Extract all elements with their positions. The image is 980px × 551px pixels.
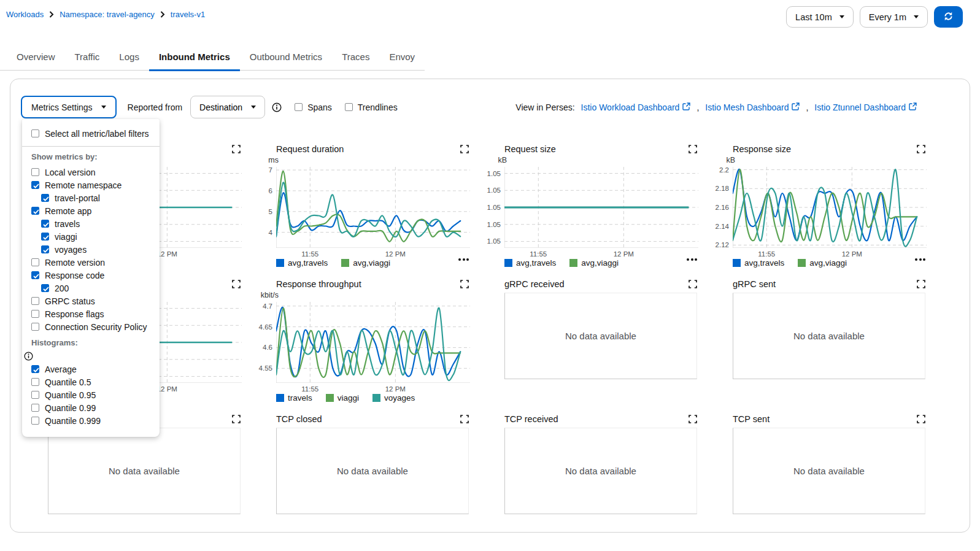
checkbox[interactable]	[31, 365, 39, 373]
menu-item-local-version[interactable]: Local version	[22, 166, 160, 179]
expand-icon[interactable]	[232, 280, 241, 290]
checkbox[interactable]	[41, 194, 49, 202]
menu-item-200[interactable]: 200	[22, 282, 160, 295]
checkbox[interactable]	[31, 258, 39, 266]
refresh-interval-dropdown[interactable]: Every 1m	[860, 6, 928, 28]
expand-icon[interactable]	[232, 415, 241, 425]
checkbox[interactable]	[31, 207, 39, 215]
legend-overflow-icon[interactable]	[687, 258, 697, 261]
menu-item-remote-version[interactable]: Remote version	[22, 256, 160, 269]
menu-item-travels[interactable]: travels	[22, 217, 160, 230]
breadcrumb-item[interactable]: Namespace: travel-agency	[60, 10, 155, 19]
menu-item-label: Average	[45, 364, 77, 374]
chart-panel-grpc-received: gRPC receivedNo data available	[477, 276, 706, 410]
legend-item-voyages[interactable]: voyages	[372, 393, 415, 403]
checkbox[interactable]	[31, 323, 39, 331]
menu-item-quantile-0.5[interactable]: Quantile 0.5	[22, 376, 160, 388]
expand-icon[interactable]	[460, 415, 469, 425]
checkbox[interactable]	[31, 378, 39, 386]
menu-item-average[interactable]: Average	[22, 363, 160, 376]
spans-checkbox-box[interactable]	[295, 103, 303, 111]
chart-title: TCP received	[504, 414, 558, 424]
spans-checkbox[interactable]: Spans	[295, 102, 332, 112]
expand-icon[interactable]	[689, 145, 697, 155]
expand-icon[interactable]	[689, 280, 697, 290]
menu-item-quantile-0.95[interactable]: Quantile 0.95	[22, 388, 160, 401]
menu-item-label: Remote app	[45, 206, 91, 216]
y-axis-unit: kbit/s	[249, 291, 279, 300]
menu-item-response-flags[interactable]: Response flags	[22, 307, 160, 320]
checkbox[interactable]	[31, 168, 39, 176]
legend-overflow-icon[interactable]	[458, 258, 469, 261]
legend-item-avg-viaggi[interactable]: avg,viaggi	[798, 258, 847, 268]
legend-item-avg-viaggi[interactable]: avg,viaggi	[569, 258, 619, 268]
checkbox[interactable]	[41, 284, 49, 292]
checkbox[interactable]	[31, 297, 39, 305]
trendlines-checkbox-box[interactable]	[345, 103, 353, 111]
legend-item-avg-travels[interactable]: avg,travels	[733, 258, 784, 268]
y-axis-tick-label: 1.05	[476, 170, 501, 177]
chart-title: gRPC sent	[733, 279, 776, 289]
tab-envoy[interactable]: Envoy	[379, 47, 425, 70]
metrics-settings-dropdown[interactable]: Metrics Settings	[21, 96, 117, 118]
checkbox[interactable]	[31, 271, 39, 279]
menu-item-remote-app[interactable]: Remote app	[22, 204, 160, 217]
legend-item-viaggi[interactable]: viaggi	[326, 393, 359, 403]
expand-icon[interactable]	[689, 415, 697, 425]
tab-overview[interactable]: Overview	[7, 47, 65, 70]
breadcrumb-item[interactable]: travels-v1	[171, 10, 205, 19]
expand-icon[interactable]	[232, 145, 241, 155]
expand-icon[interactable]	[460, 280, 469, 290]
legend-item-travels[interactable]: travels	[276, 393, 312, 403]
chart-panel-tcp-received: TCP receivedNo data available	[477, 410, 706, 516]
y-axis-tick-label: 4.65	[248, 323, 272, 331]
menu-item-quantile-0.999[interactable]: Quantile 0.999	[22, 414, 160, 427]
tab-outbound-metrics[interactable]: Outbound Metrics	[240, 47, 332, 70]
trendlines-label: Trendlines	[358, 102, 398, 112]
menu-item-select-all[interactable]: Select all metric/label filters	[22, 127, 160, 140]
perses-link-3[interactable]: Istio Ztunnel Dashboard	[814, 102, 917, 112]
checkbox[interactable]	[31, 181, 39, 189]
checkbox[interactable]	[31, 404, 39, 412]
tab-traces[interactable]: Traces	[332, 47, 379, 70]
menu-item-voyages[interactable]: voyages	[22, 243, 160, 256]
menu-item-response-code[interactable]: Response code	[22, 269, 160, 282]
menu-item-travel-portal[interactable]: travel-portal	[22, 191, 160, 204]
trendlines-checkbox[interactable]: Trendlines	[345, 102, 398, 112]
legend-item-avg-viaggi[interactable]: avg,viaggi	[341, 258, 390, 268]
perses-link-1[interactable]: Istio Workload Dashboard	[581, 102, 691, 112]
refresh-button[interactable]	[934, 6, 963, 28]
expand-icon[interactable]	[917, 145, 925, 155]
menu-item-viaggi[interactable]: viaggi	[22, 230, 160, 243]
chart-panel-header: TCP closed	[276, 414, 469, 426]
histograms-info-icon[interactable]	[24, 352, 33, 363]
tab-inbound-metrics[interactable]: Inbound Metrics	[149, 47, 240, 70]
checkbox[interactable]	[41, 233, 49, 241]
tab-traffic[interactable]: Traffic	[65, 47, 110, 70]
legend-item-avg-travels[interactable]: avg,travels	[504, 258, 556, 268]
legend-overflow-icon[interactable]	[915, 258, 925, 261]
legend-item-avg-travels[interactable]: avg,travels	[276, 258, 328, 268]
reporter-info-icon[interactable]	[272, 102, 282, 112]
menu-item-connection-security-policy[interactable]: Connection Security Policy	[22, 320, 160, 333]
menu-item-grpc-status[interactable]: GRPC status	[22, 295, 160, 307]
expand-icon[interactable]	[917, 415, 925, 425]
expand-icon[interactable]	[917, 280, 925, 290]
checkbox[interactable]	[31, 391, 39, 399]
breadcrumb-item[interactable]: Workloads	[6, 10, 44, 19]
checkbox[interactable]	[41, 220, 49, 228]
duration-dropdown[interactable]: Last 10m	[786, 6, 854, 28]
checkbox[interactable]	[41, 245, 49, 253]
reporter-dropdown[interactable]: Destination	[190, 96, 265, 118]
checkbox[interactable]	[31, 129, 39, 137]
perses-separator: ,	[696, 102, 699, 112]
chart-panel-request-size: Request sizekB1.051.051.051.051.0511:551…	[477, 141, 706, 276]
checkbox[interactable]	[31, 310, 39, 318]
menu-item-quantile-0.99[interactable]: Quantile 0.99	[22, 401, 160, 414]
checkbox[interactable]	[31, 417, 39, 425]
expand-icon[interactable]	[460, 145, 469, 155]
tab-logs[interactable]: Logs	[109, 47, 149, 70]
menu-item-remote-namespace[interactable]: Remote namespace	[22, 179, 160, 191]
perses-link-2[interactable]: Istio Mesh Dashboard	[705, 102, 800, 112]
menu-group-title: Show metrics by:	[22, 152, 160, 161]
